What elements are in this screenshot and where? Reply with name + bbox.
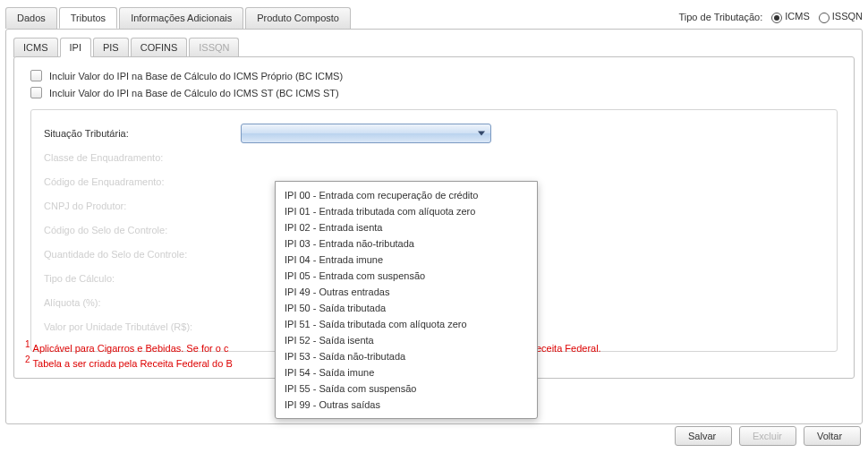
dropdown-option[interactable]: IPI 50 - Saída tributada: [276, 300, 537, 316]
radio-icms[interactable]: ICMS: [771, 11, 810, 22]
checkbox-bc-icms-st[interactable]: [30, 87, 42, 98]
field-classe-enq: Classe de Enquadramento:: [44, 145, 824, 169]
dropdown-option[interactable]: IPI 55 - Saída com suspensão: [276, 380, 537, 397]
tax-type-label: Tipo de Tributação:: [679, 12, 763, 22]
inner-tab-cofins[interactable]: COFINS: [131, 38, 188, 57]
tributos-panel: ICMS IPI PIS COFINS ISSQN Incluir Valor …: [5, 29, 863, 424]
product-tax-window: Dados Tributos Informações Adicionais Pr…: [0, 0, 868, 453]
inner-tab-icms[interactable]: ICMS: [13, 38, 58, 57]
dropdown-option[interactable]: IPI 54 - Saída imune: [276, 364, 537, 380]
dropdown-option[interactable]: IPI 03 - Entrada não-tributada: [276, 235, 537, 252]
dropdown-option[interactable]: IPI 05 - Entrada com suspensão: [276, 268, 537, 284]
label-situacao: Situação Tributária:: [44, 128, 241, 139]
tax-type-group: Tipo de Tributação: ICMS ISSQN: [679, 11, 864, 22]
tab-produto-composto[interactable]: Produto Composto: [245, 7, 351, 29]
field-situacao: Situação Tributária:: [44, 121, 824, 145]
tab-info-adicionais[interactable]: Informações Adicionais: [119, 7, 243, 29]
delete-button: Excluir: [739, 426, 796, 446]
radio-issqn[interactable]: ISSQN: [819, 11, 863, 22]
radio-empty-icon: [819, 13, 830, 23]
dropdown-option[interactable]: IPI 00 - Entrada com recuperação de créd…: [276, 187, 537, 203]
checkbox-bc-icms-row: Incluir Valor do IPI na Base de Cálculo …: [30, 70, 838, 81]
save-button[interactable]: Salvar: [675, 426, 732, 446]
top-tab-strip: Dados Tributos Informações Adicionais Pr…: [5, 6, 353, 28]
dropdown-option[interactable]: IPI 04 - Entrada imune: [276, 252, 537, 268]
dropdown-option[interactable]: IPI 01 - Entrada tributada com alíquota …: [276, 203, 537, 219]
tab-tributos[interactable]: Tributos: [59, 7, 117, 29]
radio-dot-icon: [771, 13, 782, 23]
top-tab-row: Dados Tributos Informações Adicionais Pr…: [5, 5, 863, 29]
back-button[interactable]: Voltar: [804, 426, 861, 446]
dropdown-option[interactable]: IPI 51 - Saída tributada com alíquota ze…: [276, 316, 537, 332]
tab-dados[interactable]: Dados: [5, 7, 57, 29]
dropdown-option[interactable]: IPI 99 - Outras saídas: [276, 397, 537, 413]
chevron-down-icon: [478, 131, 485, 135]
checkbox-bc-icms[interactable]: [30, 70, 42, 81]
inner-tab-pis[interactable]: PIS: [93, 38, 129, 57]
dropdown-option[interactable]: IPI 02 - Entrada isenta: [276, 219, 537, 235]
checkbox-bc-icms-st-label: Incluir Valor do IPI na Base de Cálculo …: [49, 88, 339, 98]
checkbox-bc-icms-label: Incluir Valor do IPI na Base de Cálculo …: [49, 71, 343, 81]
dropdown-option[interactable]: IPI 53 - Saída não-tributada: [276, 348, 537, 364]
inner-tab-issqn: ISSQN: [189, 38, 239, 57]
inner-tab-ipi[interactable]: IPI: [60, 38, 91, 57]
bottom-button-row: Salvar Excluir Voltar: [675, 426, 861, 446]
dropdown-option[interactable]: IPI 49 - Outras entradas: [276, 284, 537, 300]
checkbox-bc-icms-st-row: Incluir Valor do IPI na Base de Cálculo …: [30, 87, 838, 98]
combo-situacao-tributaria[interactable]: [241, 124, 491, 143]
situacao-dropdown-list[interactable]: IPI 00 - Entrada com recuperação de créd…: [275, 181, 538, 419]
dropdown-option[interactable]: IPI 52 - Saída isenta: [276, 332, 537, 348]
inner-tab-strip: ICMS IPI PIS COFINS ISSQN: [13, 37, 855, 56]
